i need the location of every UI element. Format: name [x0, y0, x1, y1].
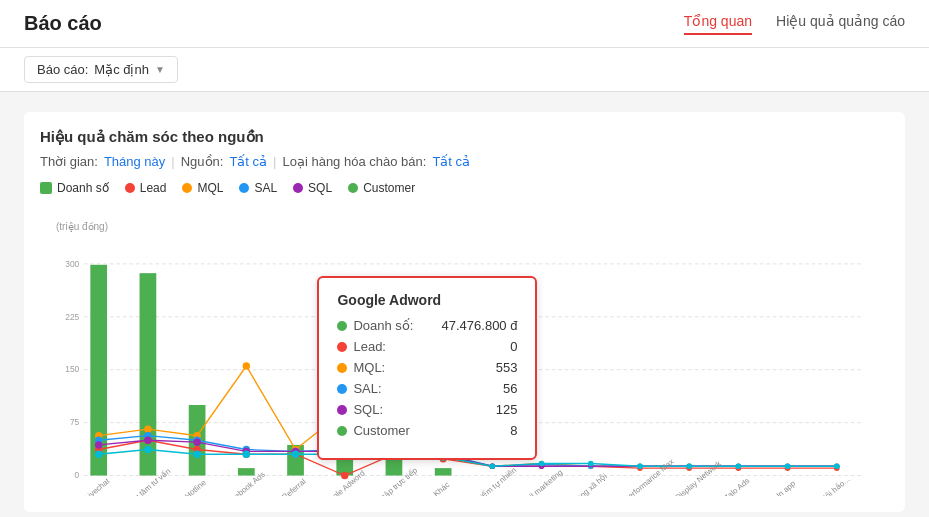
svg-point-29	[243, 362, 250, 369]
chart-container: 300 225 150 75 0	[56, 236, 873, 496]
chart-tooltip: Google AdwordDoanh số:47.476.800 đLead:0…	[317, 276, 537, 460]
tooltip-value: 125	[496, 402, 518, 417]
bar-khac[interactable]	[435, 468, 452, 475]
svg-point-68	[95, 450, 102, 457]
svg-text:Livechat: Livechat	[83, 476, 112, 496]
tooltip-row: SQL:125	[337, 402, 517, 417]
tooltip-key: Doanh số:	[353, 318, 413, 333]
tab-tong-quan[interactable]: Tổng quan	[684, 13, 752, 35]
legend-label-sal: SAL	[254, 181, 277, 195]
tooltip-key: SQL:	[353, 402, 383, 417]
tooltip-key: Customer	[353, 423, 409, 438]
tooltip-row: Customer8	[337, 423, 517, 438]
svg-point-15	[341, 472, 348, 479]
nguon-label: Nguồn:	[181, 154, 224, 169]
thoi-gian-label: Thời gian:	[40, 154, 98, 169]
tooltip-row: Doanh số:47.476.800 đ	[337, 318, 517, 333]
legend-item-mql[interactable]: MQL	[182, 181, 223, 195]
legend-item-sal[interactable]: SAL	[239, 181, 277, 195]
y-axis-label: (triệu đồng)	[56, 221, 873, 232]
main-content: Hiệu quả chăm sóc theo nguồn Thời gian: …	[0, 92, 929, 517]
bar-trung-tam[interactable]	[140, 273, 157, 475]
tooltip-dot	[337, 342, 347, 352]
svg-text:Email marketing: Email marketing	[515, 468, 564, 496]
section-title: Hiệu quả chăm sóc theo nguồn	[40, 128, 889, 146]
svg-point-81	[736, 463, 742, 469]
thoi-gian-value[interactable]: Tháng này	[104, 154, 165, 169]
tab-hieu-qua-quang-cao[interactable]: Hiệu quả quảng cáo	[776, 13, 905, 35]
tooltip-dot	[337, 384, 347, 394]
report-filter-button[interactable]: Báo cáo: Mặc định ▼	[24, 56, 178, 83]
legend-item-sql[interactable]: SQL	[293, 181, 332, 195]
tooltip-row: Lead:0	[337, 339, 517, 354]
legend-label-sql: SQL	[308, 181, 332, 195]
tooltip-value: 47.476.800 đ	[442, 318, 518, 333]
svg-text:In app: In app	[775, 479, 798, 496]
tooltip-row: SAL:56	[337, 381, 517, 396]
legend-label-mql: MQL	[197, 181, 223, 195]
tooltip-value: 56	[503, 381, 517, 396]
svg-point-72	[292, 450, 299, 457]
bar-facebook[interactable]	[238, 468, 255, 475]
legend-item-customer[interactable]: Customer	[348, 181, 415, 195]
svg-point-69	[144, 446, 151, 453]
svg-text:Google Performance Max: Google Performance Max	[601, 457, 676, 496]
legend-label-lead: Lead	[140, 181, 167, 195]
legend-label-customer: Customer	[363, 181, 415, 195]
nguon-value[interactable]: Tất cả	[229, 154, 267, 169]
svg-point-58	[95, 441, 102, 448]
svg-text:Mạng xã hội: Mạng xã hội	[569, 472, 609, 496]
svg-text:0: 0	[75, 470, 80, 480]
page-title: Báo cáo	[24, 12, 102, 35]
svg-point-79	[637, 463, 643, 469]
loai-label: Loại hàng hóa chào bán:	[282, 154, 426, 169]
svg-text:Hội hảo...: Hội hảo...	[818, 474, 851, 496]
svg-point-83	[834, 463, 840, 469]
svg-text:225: 225	[65, 312, 79, 322]
legend-item-doanh-so[interactable]: Doanh số	[40, 181, 109, 195]
svg-text:Tìm kiếm tự nhiên: Tìm kiếm tự nhiên	[463, 465, 518, 496]
svg-point-27	[144, 425, 151, 432]
tooltip-key: MQL:	[353, 360, 385, 375]
svg-text:300: 300	[65, 259, 79, 269]
svg-text:Referral: Referral	[280, 477, 307, 496]
filter-bar-label: Báo cáo:	[37, 62, 88, 77]
chart-area: (triệu đồng) 300 225 150 75 0	[40, 205, 889, 496]
tooltip-value: 553	[496, 360, 518, 375]
section-card: Hiệu quả chăm sóc theo nguồn Thời gian: …	[24, 112, 905, 512]
tooltip-value: 8	[510, 423, 517, 438]
filters-row: Thời gian: Tháng này | Nguồn: Tất cả | L…	[40, 154, 889, 169]
svg-point-78	[588, 461, 594, 467]
loai-value[interactable]: Tất cả	[432, 154, 470, 169]
tooltip-dot	[337, 321, 347, 331]
tooltip-key: SAL:	[353, 381, 381, 396]
svg-point-80	[686, 463, 692, 469]
svg-text:Hotline: Hotline	[183, 478, 208, 496]
filter-bar: Báo cáo: Mặc định ▼	[0, 48, 929, 92]
tooltip-value: 0	[510, 339, 517, 354]
chart-legend: Doanh sốLeadMQLSALSQLCustomer	[40, 181, 889, 195]
chevron-down-icon: ▼	[155, 64, 165, 75]
legend-label-doanh-so: Doanh số	[57, 181, 109, 195]
tooltip-row: MQL:553	[337, 360, 517, 375]
svg-text:150: 150	[65, 364, 79, 374]
svg-point-77	[539, 461, 545, 467]
filter-bar-value: Mặc định	[94, 62, 149, 77]
svg-point-59	[144, 437, 151, 444]
svg-point-71	[243, 450, 250, 457]
tooltip-title: Google Adword	[337, 292, 517, 308]
legend-item-lead[interactable]: Lead	[125, 181, 167, 195]
svg-point-76	[490, 463, 496, 469]
svg-text:Zalo Ads: Zalo Ads	[722, 476, 751, 496]
top-bar: Báo cáo Tổng quan Hiệu quả quảng cáo	[0, 0, 929, 48]
svg-point-70	[193, 450, 200, 457]
svg-text:75: 75	[70, 417, 80, 427]
tooltip-dot	[337, 363, 347, 373]
tooltip-key: Lead:	[353, 339, 386, 354]
svg-point-60	[193, 438, 200, 445]
svg-point-82	[785, 463, 791, 469]
svg-text:Khác: Khác	[432, 480, 452, 496]
top-nav: Tổng quan Hiệu quả quảng cáo	[684, 13, 905, 35]
tooltip-dot	[337, 426, 347, 436]
tooltip-dot	[337, 405, 347, 415]
